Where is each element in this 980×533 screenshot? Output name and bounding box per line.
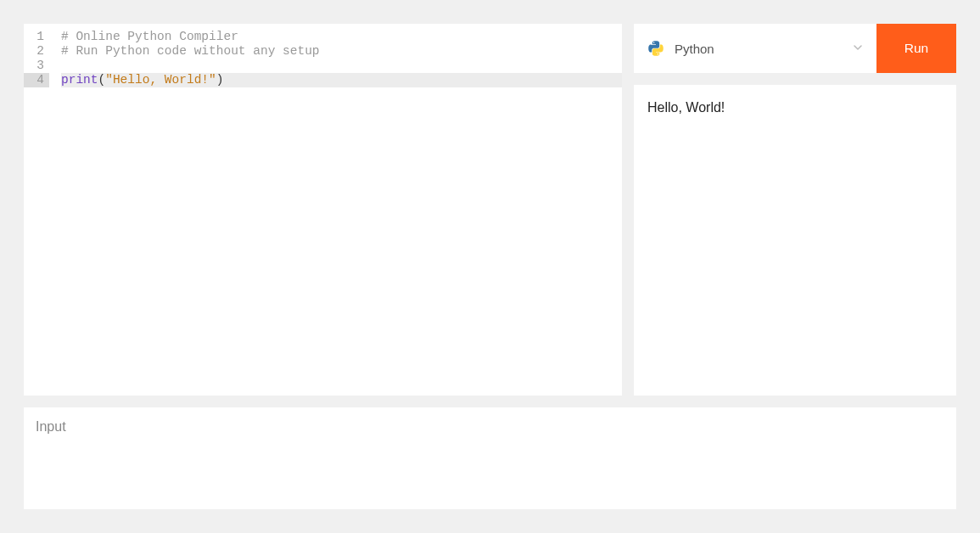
input-panel[interactable]: Input <box>24 407 956 509</box>
python-icon <box>647 40 664 57</box>
language-label: Python <box>675 42 853 56</box>
output-text: Hello, World! <box>647 100 943 115</box>
code-line: # Online Python Compiler <box>61 30 622 44</box>
run-button[interactable]: Run <box>876 24 956 73</box>
code-line: print("Hello, World!") <box>61 73 622 87</box>
run-toolbar: Python Run <box>634 24 956 73</box>
line-number: 4 <box>24 73 49 87</box>
code-editor[interactable]: 1 2 3 4 # Online Python Compiler # Run P… <box>24 24 622 396</box>
line-gutter: 1 2 3 4 <box>24 24 56 396</box>
chevron-down-icon <box>853 42 863 55</box>
line-number: 1 <box>24 30 49 44</box>
line-number: 2 <box>24 44 49 59</box>
code-line <box>61 59 622 73</box>
input-label: Input <box>36 419 944 435</box>
code-area[interactable]: # Online Python Compiler # Run Python co… <box>56 24 622 396</box>
line-number: 3 <box>24 59 49 73</box>
language-select[interactable]: Python <box>634 24 876 73</box>
code-line: # Run Python code without any setup <box>61 44 622 59</box>
output-panel: Hello, World! <box>634 85 956 396</box>
